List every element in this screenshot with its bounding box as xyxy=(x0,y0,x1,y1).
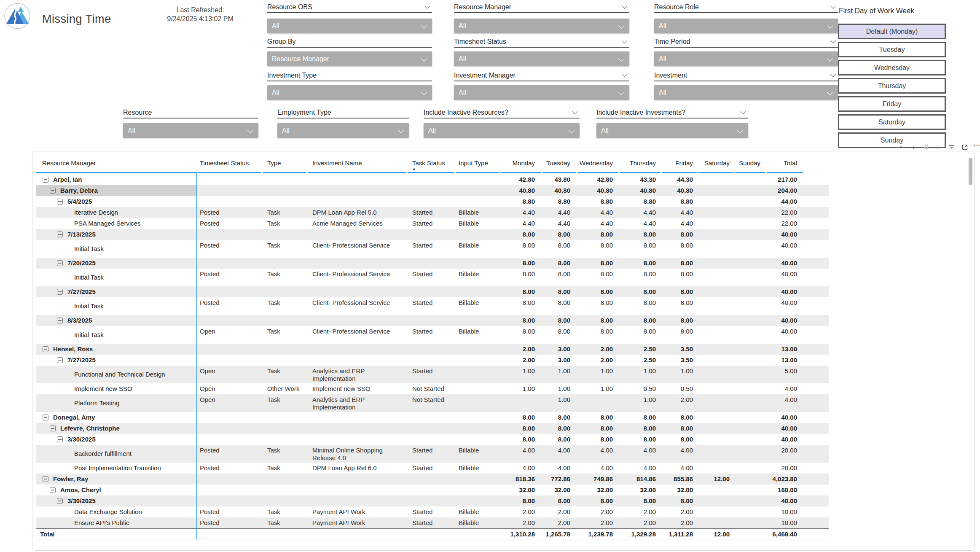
drill-down-icon[interactable]: ↓ xyxy=(912,143,915,151)
work-week-button-thursday[interactable]: Thursday xyxy=(838,78,946,94)
table-total-row[interactable]: Total1,310.281,265.781,239.781,329.281,3… xyxy=(36,528,829,539)
work-week-button-default-monday-[interactable]: Default (Monday) xyxy=(838,24,946,39)
table-row[interactable]: Hensel, Ross2.003.002.002.503.5013.00 xyxy=(36,344,829,355)
table-row[interactable]: Implement new SSOOpenOther WorkNot Start… xyxy=(36,383,829,394)
table-row[interactable]: Iterative DesignPostedTaskStartedBillabl… xyxy=(36,207,829,218)
collapse-icon[interactable] xyxy=(43,346,48,352)
table-row[interactable]: PSA Managed ServicesPostedTaskStartedBil… xyxy=(36,218,829,229)
drill-up-icon[interactable]: ↑ xyxy=(899,143,902,151)
chevron-down-icon[interactable] xyxy=(830,72,836,77)
table-row[interactable]: 7/27/20258.008.008.008.008.0040.00 xyxy=(36,286,829,297)
filter-select-investment[interactable]: All xyxy=(654,85,838,100)
filter-select-group-by[interactable]: Resource Manager xyxy=(267,51,432,66)
table-row[interactable]: Barry, Debra40.8040.8040.8040.8040.80204… xyxy=(36,185,829,196)
table-row[interactable]: Amos, Cheryl32.0032.0032.0032.0032.00160… xyxy=(36,485,829,495)
table-row[interactable]: Lefevre, Christophe8.008.008.008.008.004… xyxy=(36,423,829,434)
work-week-button-sunday[interactable]: Sunday xyxy=(838,132,946,148)
filter-underline xyxy=(424,118,580,118)
column-header-type[interactable]: Type xyxy=(267,159,281,167)
expand-all-levels-icon[interactable]: ↓↓ xyxy=(935,143,939,151)
column-header-sunday[interactable]: Sunday xyxy=(720,159,760,167)
row-label: 7/20/2025 xyxy=(67,258,96,269)
chevron-down-icon[interactable] xyxy=(622,38,627,43)
table-row[interactable]: Initial TaskPostedTaskStartedBillableCli… xyxy=(36,240,829,258)
table-row[interactable]: 8/3/20258.008.008.008.008.0040.00 xyxy=(36,315,829,326)
cell-thu: 8.00 xyxy=(616,495,656,506)
column-header-resource-manager[interactable]: Resource Manager xyxy=(42,159,96,167)
table-row[interactable]: Platform TestingOpenTaskNot StartedAnaly… xyxy=(36,394,829,412)
chevron-down-icon[interactable] xyxy=(424,3,430,9)
filter-select-resource-obs[interactable]: All xyxy=(267,19,432,33)
collapse-icon[interactable] xyxy=(43,476,48,482)
collapse-icon[interactable] xyxy=(57,232,63,237)
collapse-icon[interactable] xyxy=(57,357,63,363)
table-row[interactable]: Fowler, Ray818.36772.86749.86814.86855.8… xyxy=(36,474,829,485)
work-week-button-saturday[interactable]: Saturday xyxy=(838,114,946,130)
more-options-icon[interactable]: ··· xyxy=(974,142,980,149)
column-header-wednesday[interactable]: Wednesday xyxy=(573,159,613,167)
filter-select-resource-role[interactable]: All xyxy=(654,19,838,33)
collapse-icon[interactable] xyxy=(57,498,63,504)
focus-mode-icon[interactable] xyxy=(961,144,968,151)
collapse-icon[interactable] xyxy=(43,415,48,420)
chevron-down-icon[interactable] xyxy=(830,38,836,43)
cell-tue: 1.00 xyxy=(530,396,570,404)
collapse-icon[interactable] xyxy=(57,199,63,205)
collapse-icon[interactable] xyxy=(57,318,63,323)
collapse-icon[interactable] xyxy=(57,436,63,442)
filter-select-investment-type[interactable]: All xyxy=(267,85,432,100)
table-row[interactable]: Initial TaskPostedTaskStartedBillableCli… xyxy=(36,269,829,286)
table-row[interactable]: 3/30/20258.008.008.008.008.0040.00 xyxy=(36,495,829,506)
filter-select-time-period[interactable]: All xyxy=(654,51,838,66)
collapse-icon[interactable] xyxy=(57,289,63,295)
column-header-total[interactable]: Total xyxy=(757,159,797,167)
chevron-down-icon[interactable] xyxy=(572,109,577,114)
table-row[interactable]: Initial TaskPostedTaskStartedBillableCli… xyxy=(36,297,829,315)
work-week-button-tuesday[interactable]: Tuesday xyxy=(838,42,946,57)
table-row[interactable]: 5/4/20258.808.808.808.808.8044.00 xyxy=(36,196,829,207)
table-row[interactable]: Ensure API's PublicPostedTaskStartedBill… xyxy=(36,517,829,528)
table-row[interactable]: Initial TaskOpenTaskStartedBillableClien… xyxy=(36,326,829,344)
collapse-icon[interactable] xyxy=(57,260,63,266)
filter-select-resource-manager[interactable]: All xyxy=(454,19,629,33)
vertical-scrollbar[interactable] xyxy=(969,158,972,185)
filter-select-employment-type[interactable]: All xyxy=(277,123,409,138)
table-row[interactable]: 7/27/20252.003.002.002.503.5013.00 xyxy=(36,355,829,366)
expand-next-level-icon[interactable]: ⇊ xyxy=(924,143,929,151)
column-header-tuesday[interactable]: Tuesday xyxy=(530,159,570,167)
chevron-down-icon[interactable] xyxy=(830,3,836,9)
chevron-down-icon[interactable] xyxy=(622,72,627,77)
column-header-investment-name[interactable]: Investment Name xyxy=(312,159,362,167)
chevron-down-icon xyxy=(421,89,427,95)
column-header-task-status[interactable]: Task Status xyxy=(412,159,445,167)
chevron-down-icon[interactable] xyxy=(741,109,746,114)
table-row[interactable]: Backorder fulfillmentPostedTaskStartedBi… xyxy=(36,445,829,463)
filter-select-investment-manager[interactable]: All xyxy=(454,85,629,100)
collapse-icon[interactable] xyxy=(50,188,56,194)
column-header-monday[interactable]: Monday xyxy=(495,159,535,167)
column-header-friday[interactable]: Friday xyxy=(653,159,693,167)
column-header-timesheet-status[interactable]: Timesheet Status xyxy=(200,159,249,167)
table-row[interactable]: Arpel, Ian42.8043.8042.8043.3044.30217.0… xyxy=(36,174,829,185)
table-row[interactable]: 7/13/20258.008.008.008.008.0040.00 xyxy=(36,229,829,240)
table-row[interactable]: Data Exchange SolutionPostedTaskStartedB… xyxy=(36,506,829,517)
column-header-thursday[interactable]: Thursday xyxy=(616,159,656,167)
filter-label-include-inactive-resources: Include Inactive Resources? xyxy=(424,109,508,116)
collapse-icon[interactable] xyxy=(50,487,56,493)
filter-select-include-inactive-investments[interactable]: All xyxy=(596,123,748,138)
table-row[interactable]: Functional and Technical DesignOpenTaskS… xyxy=(36,366,829,383)
collapse-icon[interactable] xyxy=(50,425,56,431)
filter-select-timesheet-status[interactable]: All xyxy=(454,51,629,66)
collapse-icon[interactable] xyxy=(43,177,48,183)
cell-timesheet-status: Posted xyxy=(200,463,220,474)
table-row[interactable]: Donegal, Amy8.008.008.008.008.0040.00 xyxy=(36,412,829,423)
chevron-down-icon[interactable] xyxy=(622,3,627,9)
table-row[interactable]: 3/30/20258.008.008.008.008.0040.00 xyxy=(36,434,829,445)
work-week-button-wednesday[interactable]: Wednesday xyxy=(838,60,946,75)
filter-select-resource[interactable]: All xyxy=(123,123,258,138)
column-header-input-type[interactable]: Input Type xyxy=(459,159,488,167)
filter-select-include-inactive-resources[interactable]: All xyxy=(424,123,580,138)
table-row[interactable]: Post Implementation TransitionPostedTask… xyxy=(36,463,829,474)
work-week-button-friday[interactable]: Friday xyxy=(838,96,946,112)
table-row[interactable]: 7/20/20258.008.008.008.008.0040.00 xyxy=(36,258,829,269)
